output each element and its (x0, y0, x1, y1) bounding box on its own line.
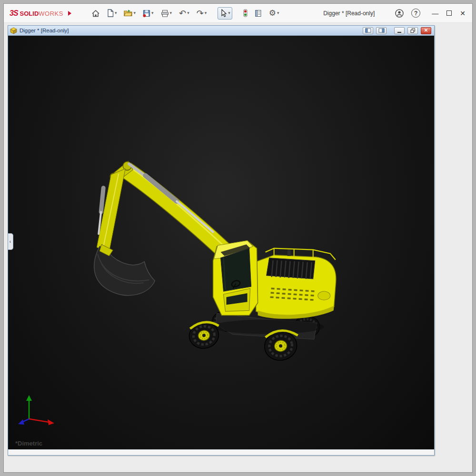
bucket (94, 245, 155, 296)
redo-icon: ↷ (197, 9, 204, 18)
save-button[interactable]: ▾ (141, 8, 156, 19)
document-properties-icon (255, 10, 262, 17)
main-titlebar[interactable]: 3S SOLID WORKS ▾ (4, 4, 472, 23)
open-dropdown-icon[interactable]: ▾ (133, 11, 136, 15)
panel-expand-tab[interactable]: ‹ (8, 233, 13, 250)
minimize-bar-icon (397, 32, 401, 33)
triad-z-axis-arrow (18, 419, 24, 425)
mdi-area: Digger * [Read-only] (4, 23, 472, 472)
print-icon (161, 10, 169, 17)
options-button[interactable]: ⚙ ▾ (267, 7, 281, 19)
document-close-button[interactable]: ✕ (421, 27, 431, 34)
engine-housing (256, 248, 336, 319)
window-title: Digger * [Read-only] (323, 10, 375, 17)
print-dropdown-icon[interactable]: ▾ (170, 11, 172, 15)
brand-solid-text: SOLID (20, 10, 39, 17)
open-button[interactable]: ▾ (122, 8, 138, 19)
open-folder-icon (124, 10, 132, 17)
triad-x-axis-arrow (48, 419, 54, 425)
save-icon (143, 10, 150, 17)
document-properties-button[interactable] (253, 8, 264, 19)
minimize-button[interactable]: — (432, 10, 438, 17)
help-icon: ? (414, 10, 417, 17)
document-restore-button[interactable] (407, 27, 418, 34)
cab (213, 240, 258, 315)
select-tool-dropdown-icon[interactable]: ▾ (228, 11, 230, 15)
redo-button[interactable]: ↷ ▾ (195, 7, 209, 20)
pane-right-button[interactable] (376, 27, 387, 34)
print-button[interactable]: ▾ (159, 8, 174, 19)
close-x-icon: ✕ (424, 28, 428, 33)
save-dropdown-icon[interactable]: ▾ (151, 11, 154, 15)
status-lights-button[interactable] (241, 7, 249, 19)
gear-icon: ⚙ (269, 9, 276, 17)
orientation-triad (15, 392, 62, 430)
home-button[interactable] (89, 8, 102, 19)
new-document-dropdown-icon[interactable]: ▾ (115, 11, 117, 15)
pane-right-icon (378, 28, 385, 33)
new-document-icon (107, 9, 114, 17)
redo-dropdown-icon[interactable]: ▾ (205, 11, 207, 15)
solidworks-logo: 3S SOLID WORKS (10, 9, 63, 18)
document-titlebar[interactable]: Digger * [Read-only] (8, 26, 434, 36)
status-lights-icon (243, 9, 248, 17)
triad-y-axis-arrow (26, 395, 32, 401)
document-window: Digger * [Read-only] (8, 25, 435, 456)
options-dropdown-icon[interactable]: ▾ (277, 11, 279, 15)
solidworks-window: 3S SOLID WORKS ▾ (3, 3, 473, 473)
close-button[interactable]: ✕ (460, 10, 466, 17)
maximize-button[interactable] (446, 10, 452, 16)
home-icon (91, 10, 100, 17)
pane-left-icon (365, 28, 371, 33)
boom (110, 161, 231, 259)
account-help-cluster: ? (395, 9, 420, 18)
document-window-footer (8, 449, 434, 455)
undo-button[interactable]: ↶ ▾ (177, 7, 191, 20)
account-icon[interactable] (395, 9, 404, 18)
undo-dropdown-icon[interactable]: ▾ (187, 11, 189, 15)
restore-icon (410, 28, 416, 33)
document-title: Digger * [Read-only] (20, 28, 69, 33)
new-document-button[interactable]: ▾ (105, 7, 119, 19)
brand-3s-mark: 3S (10, 9, 18, 18)
excavator-3d-model[interactable] (8, 36, 434, 449)
help-button[interactable]: ? (411, 9, 420, 18)
undo-icon: ↶ (179, 9, 186, 18)
brand-works-text: WORKS (39, 10, 63, 17)
pane-left-button[interactable] (363, 27, 373, 34)
view-orientation-label: *Dimetric (15, 440, 42, 447)
window-controls: — ✕ (432, 10, 466, 17)
select-cursor-icon (219, 9, 227, 18)
document-minimize-button[interactable] (394, 27, 405, 34)
menu-expand-chevron-icon[interactable] (68, 11, 71, 16)
select-tool-button[interactable]: ▾ (218, 7, 232, 20)
quick-access-toolbar: ▾ ▾ ▾ (89, 7, 285, 20)
part-cube-icon (10, 27, 17, 34)
graphics-viewport[interactable]: *Dimetric ‹ (8, 36, 434, 449)
document-window-buttons: ✕ (360, 27, 431, 34)
panel-tab-chevron-icon: ‹ (10, 239, 11, 244)
